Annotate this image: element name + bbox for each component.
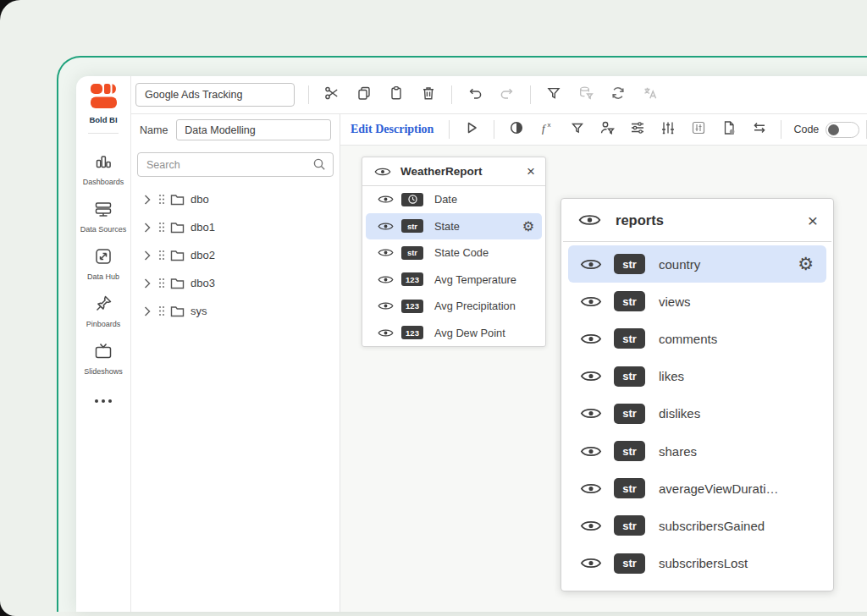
close-icon[interactable]: × bbox=[808, 212, 818, 229]
chevron-right-icon[interactable] bbox=[144, 195, 151, 205]
chevron-right-icon[interactable] bbox=[144, 223, 151, 233]
sidebar-item-slideshows[interactable]: Slideshows bbox=[84, 342, 123, 376]
field-name: Date bbox=[434, 193, 457, 206]
field-list: strcountry⚙strviewsstrcommentsstrlikesst… bbox=[561, 242, 833, 591]
edit-description-link[interactable]: Edit Description bbox=[351, 123, 434, 136]
function-button[interactable]: f x bbox=[532, 117, 562, 142]
filter-button[interactable] bbox=[562, 117, 593, 142]
drag-handle-icon[interactable] bbox=[158, 278, 165, 289]
sidebar-item-pinboards[interactable]: Pinboards bbox=[86, 294, 121, 328]
sidebar-item-data-hub[interactable]: Data Hub bbox=[87, 247, 119, 281]
top-toolbar bbox=[131, 76, 867, 114]
field-row-state[interactable]: strState⚙ bbox=[366, 213, 542, 240]
field-type-badge-str: str bbox=[401, 246, 423, 260]
drag-handle-icon[interactable] bbox=[158, 305, 165, 316]
field-visibility-toggle[interactable] bbox=[580, 257, 602, 272]
field-row-date[interactable]: Date bbox=[366, 186, 542, 213]
field-visibility-toggle[interactable] bbox=[580, 294, 602, 309]
field-visibility-toggle[interactable] bbox=[580, 406, 602, 421]
data-source-filter-button[interactable] bbox=[570, 81, 602, 108]
ellipsis-icon bbox=[95, 399, 112, 403]
tree-item-dbo3[interactable]: dbo3 bbox=[131, 269, 340, 297]
code-toggle-label: Code bbox=[793, 124, 819, 135]
field-name: country bbox=[659, 257, 700, 272]
sidebar-item-data-sources[interactable]: Data Sources bbox=[80, 200, 127, 234]
cut-button[interactable] bbox=[316, 81, 348, 108]
paste-button[interactable] bbox=[380, 81, 412, 108]
page-export-icon bbox=[721, 120, 737, 139]
modeling-canvas[interactable]: WeatherReport × DatestrState⚙strState Co… bbox=[340, 146, 867, 612]
field-row-views[interactable]: strviews bbox=[568, 283, 826, 320]
field-row-state-code[interactable]: strState Code bbox=[366, 239, 542, 267]
table-card-weatherreport[interactable]: WeatherReport × DatestrState⚙strState Co… bbox=[362, 157, 546, 347]
refresh-button[interactable] bbox=[602, 81, 634, 108]
drag-handle-icon[interactable] bbox=[158, 194, 165, 205]
field-row-likes[interactable]: strlikes bbox=[568, 358, 826, 395]
close-icon[interactable]: × bbox=[527, 164, 535, 179]
bar-chart-icon bbox=[94, 152, 113, 174]
filter-button[interactable] bbox=[538, 81, 570, 108]
drag-handle-icon[interactable] bbox=[158, 250, 165, 261]
swap-button[interactable] bbox=[744, 117, 775, 142]
contrast-button[interactable] bbox=[501, 117, 532, 142]
copy-button[interactable] bbox=[348, 81, 380, 108]
field-visibility-toggle[interactable] bbox=[378, 300, 394, 311]
chevron-right-icon[interactable] bbox=[144, 250, 151, 261]
tree-item-sys[interactable]: sys bbox=[131, 297, 340, 325]
gear-icon[interactable]: ⚙ bbox=[798, 254, 814, 274]
field-row-shares[interactable]: strshares bbox=[568, 432, 826, 470]
field-row-comments[interactable]: strcomments bbox=[568, 320, 826, 357]
page-export-button[interactable] bbox=[714, 117, 744, 142]
undo-button[interactable] bbox=[459, 81, 491, 108]
redo-button[interactable] bbox=[491, 81, 523, 108]
text-sliders-button[interactable] bbox=[653, 117, 683, 142]
field-row-avg-temperature[interactable]: 123Avg Temperature bbox=[366, 267, 542, 294]
field-type-badge-date bbox=[401, 193, 423, 206]
field-visibility-toggle[interactable] bbox=[580, 519, 602, 533]
delete-button[interactable] bbox=[412, 81, 445, 108]
field-visibility-toggle[interactable] bbox=[580, 481, 602, 496]
table-title: WeatherReport bbox=[400, 165, 483, 178]
field-visibility-toggle[interactable] bbox=[378, 327, 394, 338]
gear-icon[interactable]: ⚙ bbox=[522, 218, 534, 234]
field-row-dislikes[interactable]: strdislikes bbox=[568, 395, 826, 432]
sidebar-more-button[interactable] bbox=[95, 399, 112, 403]
field-row-subscriberslost[interactable]: strsubscribersLost bbox=[568, 545, 826, 582]
tree-item-dbo2[interactable]: dbo2 bbox=[131, 241, 340, 269]
tree-item-dbo1[interactable]: dbo1 bbox=[131, 213, 340, 241]
field-row-country[interactable]: strcountry⚙ bbox=[568, 245, 826, 283]
sliders-button[interactable] bbox=[622, 117, 653, 142]
field-visibility-toggle[interactable] bbox=[378, 221, 394, 232]
schema-tree: dbodbo1dbo2dbo3sys bbox=[131, 185, 340, 325]
field-row-avg-precipitation[interactable]: 123Avg Precipitation bbox=[366, 293, 542, 320]
field-visibility-toggle[interactable] bbox=[580, 556, 602, 570]
run-button[interactable] bbox=[456, 117, 487, 142]
sidebar-item-dashboards[interactable]: Dashboards bbox=[83, 152, 124, 186]
table-visibility-toggle[interactable] bbox=[578, 212, 601, 228]
field-visibility-toggle[interactable] bbox=[580, 369, 602, 383]
translate-button[interactable] bbox=[634, 81, 666, 108]
field-visibility-toggle[interactable] bbox=[378, 247, 394, 258]
chevron-right-icon[interactable] bbox=[144, 306, 151, 316]
code-toggle[interactable] bbox=[826, 122, 859, 138]
drag-handle-icon[interactable] bbox=[158, 222, 165, 233]
field-visibility-toggle[interactable] bbox=[378, 194, 394, 205]
table-visibility-toggle[interactable] bbox=[374, 166, 391, 178]
tree-item-dbo[interactable]: dbo bbox=[131, 185, 340, 213]
field-row-averageviewdurati-[interactable]: straverageViewDurati… bbox=[568, 470, 826, 507]
field-row-avg-dew-point[interactable]: 123Avg Dew Point bbox=[366, 320, 542, 347]
field-name: comments bbox=[659, 332, 717, 346]
field-row-subscribersgained[interactable]: strsubscribersGained bbox=[568, 507, 826, 544]
boldbi-logo[interactable]: Bold BI bbox=[89, 83, 117, 124]
user-filter-button[interactable] bbox=[593, 117, 623, 142]
model-name-input[interactable] bbox=[176, 119, 331, 140]
chevron-right-icon[interactable] bbox=[144, 278, 151, 289]
table-card-reports[interactable]: reports × strcountry⚙strviewsstrcomments… bbox=[561, 198, 834, 591]
dashboard-title-input[interactable] bbox=[135, 83, 295, 107]
search-input[interactable] bbox=[137, 152, 334, 177]
tree-item-label: sys bbox=[191, 305, 207, 317]
field-visibility-toggle[interactable] bbox=[580, 444, 602, 459]
field-visibility-toggle[interactable] bbox=[378, 274, 394, 285]
panel-sliders-button[interactable] bbox=[683, 117, 714, 142]
field-visibility-toggle[interactable] bbox=[580, 332, 602, 346]
